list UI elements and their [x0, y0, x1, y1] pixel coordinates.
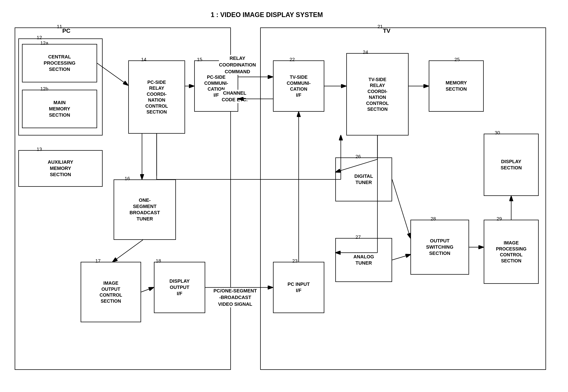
analog-tuner-box: ANALOGTUNER: [335, 238, 392, 282]
output-switching-box: OUTPUTSWITCHINGSECTION: [410, 220, 469, 275]
pc-relay-ref: 14: [141, 57, 146, 62]
pc-label: PC: [60, 28, 72, 34]
tv-relay-box: TV-SIDERELAYCOORDI-NATIONCONTROLSECTION: [346, 53, 408, 136]
display-output-ref: 18: [156, 258, 161, 264]
main-memory-ref: 12b: [40, 86, 48, 92]
auxiliary-memory-box: AUXILIARYMEMORYSECTION: [18, 150, 102, 187]
pc-relay-box: PC-SIDERELAYCOORDI-NATIONCONTROLSECTION: [128, 60, 185, 134]
image-processing-ref: 29: [496, 216, 502, 222]
channel-code-label: CHANNELCODE ETC.: [222, 90, 248, 103]
main-memory-box: MAINMEMORYSECTION: [22, 90, 97, 128]
central-ref: 12a: [40, 40, 48, 46]
pc-one-segment-label: PC/ONE-SEGMENT-BROADCASTVIDEO SIGNAL: [213, 287, 257, 308]
main-control-ref: 12: [37, 35, 42, 41]
pc-input-ref: 23: [292, 258, 298, 264]
system-title: 1 : VIDEO IMAGE DISPLAY SYSTEM: [211, 11, 323, 19]
image-processing-box: IMAGEPROCESSINGCONTROLSECTION: [484, 220, 539, 284]
image-output-ref: 17: [95, 258, 101, 264]
tv-comm-box: TV-SIDECOMMUNI-CATIONI/F: [273, 60, 324, 112]
central-processing-box: CENTRALPROCESSINGSECTION: [22, 44, 97, 82]
one-segment-ref: 16: [125, 176, 130, 182]
display-section-ref: 30: [495, 130, 500, 136]
pc-comm-ref: 15: [197, 57, 202, 62]
memory-ref: 25: [454, 57, 460, 62]
auxiliary-ref: 13: [37, 146, 42, 152]
tv-comm-ref: 22: [290, 57, 295, 62]
display-output-box: DISPLAYOUTPUTI/F: [154, 262, 205, 313]
image-output-box: IMAGEOUTPUTCONTROLSECTION: [81, 262, 141, 322]
digital-tuner-box: DIGITALTUNER: [335, 157, 392, 201]
memory-box: MEMORYSECTION: [429, 60, 484, 112]
pc-input-box: PC INPUTI/F: [273, 262, 324, 313]
analog-tuner-ref: 27: [355, 234, 361, 240]
tv-relay-ref: 24: [363, 49, 368, 55]
output-switching-ref: 28: [431, 216, 436, 222]
tv-label: TV: [381, 28, 392, 34]
relay-coord-label: RELAYCOORDINATIONCOMMAND: [219, 55, 256, 75]
display-section-box: DISPLAYSECTION: [484, 134, 539, 196]
digital-tuner-ref: 26: [355, 154, 361, 159]
one-segment-box: ONE-SEGMENTBROADCASTTUNER: [114, 180, 176, 240]
